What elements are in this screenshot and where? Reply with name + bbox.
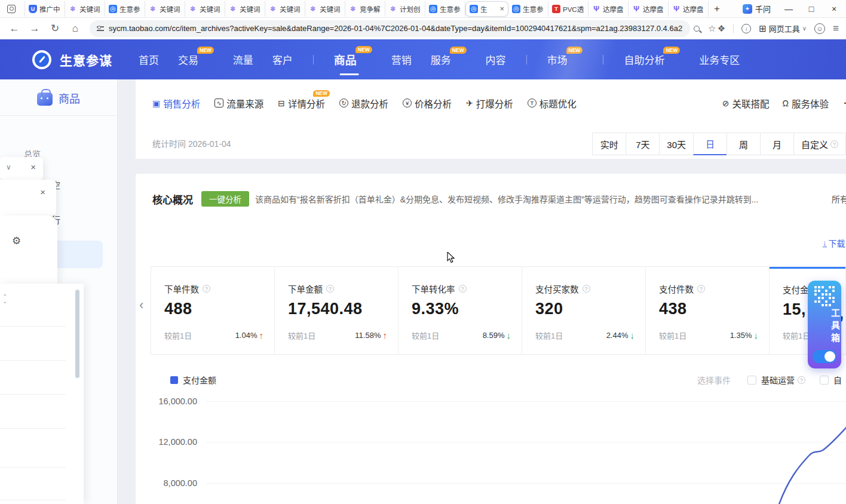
- nav-item[interactable]: 内容: [486, 52, 506, 67]
- bookmark-star-icon[interactable]: ☆: [708, 23, 716, 34]
- menu-icon[interactable]: ≡: [833, 23, 839, 35]
- scrollbar-thumb[interactable]: [75, 290, 79, 378]
- browser-tab[interactable]: 生 ×: [465, 1, 508, 17]
- metric-card[interactable]: 支付件数 ? 438 较前1日 1.35%↓: [646, 267, 770, 354]
- chart-controls: 选择事件 基础运营? 自: [697, 374, 842, 386]
- date-row: 统计时间 2026-01-04 实时 7天: [136, 127, 846, 159]
- nav-item[interactable]: 流量: [233, 52, 253, 67]
- browser-tab[interactable]: 关键词: [185, 1, 225, 17]
- assistant-label: 千问: [755, 3, 771, 14]
- assistant-button[interactable]: ✦ 千问: [743, 3, 771, 14]
- toolbox-toggle[interactable]: [813, 350, 836, 363]
- one-click-analyze-button[interactable]: 一键分析: [201, 191, 249, 207]
- nav-item[interactable]: 客户: [272, 52, 293, 67]
- tabbar-right: ✦ 千问 — □ ×: [743, 3, 846, 14]
- date-option[interactable]: 实时: [592, 133, 626, 155]
- metric-card[interactable]: 支付买家数 ? 320 较前1日 2.44%↓: [522, 267, 646, 354]
- sort-chevrons-icon[interactable]: ⌃⌄: [2, 294, 7, 304]
- browser-tab[interactable]: 计划创: [385, 1, 425, 17]
- gear-icon[interactable]: ⚙: [12, 235, 21, 247]
- nav-item[interactable]: 商品 NEW: [334, 51, 372, 67]
- subnav-tab[interactable]: T 标题优化: [528, 97, 577, 110]
- subnav-right-link[interactable]: Ω 服务体验: [783, 97, 829, 110]
- clipped-text[interactable]: 所有: [832, 193, 846, 205]
- subnav-tab[interactable]: ¥ 价格分析: [403, 97, 452, 110]
- close-icon[interactable]: ×: [30, 162, 36, 172]
- metrics-prev-arrow[interactable]: ‹: [139, 297, 143, 313]
- browser-tab[interactable]: 达摩盘: [588, 1, 629, 17]
- nav-item[interactable]: 交易 NEW: [178, 52, 214, 67]
- home-icon[interactable]: ⌂: [69, 23, 81, 35]
- nav-item[interactable]: 首页: [139, 52, 159, 67]
- back-icon[interactable]: ←: [8, 23, 20, 35]
- metric-card[interactable]: 下单件数 ? 488 较前1日 1.04%↑: [151, 267, 275, 354]
- subnav-tab[interactable]: ✈ 打爆分析: [466, 97, 513, 110]
- new-tab-button[interactable]: +: [709, 1, 725, 17]
- site-settings-icon[interactable]: [97, 26, 104, 31]
- url-text: sycm.taobao.com/cc/item_archives?activeK…: [109, 24, 683, 33]
- browser-tab[interactable]: 关键词: [65, 1, 105, 17]
- checkbox-clipped[interactable]: [820, 376, 829, 385]
- tab-close-icon[interactable]: ×: [499, 4, 504, 13]
- snowflake-icon: [69, 5, 77, 13]
- date-option[interactable]: 7天: [626, 133, 660, 155]
- minimize-button[interactable]: —: [784, 4, 793, 14]
- subnav-tab[interactable]: ⊟ 详情分析 NEW: [278, 97, 325, 110]
- traffic-chart-icon: ∿: [214, 99, 223, 107]
- extensions-icon[interactable]: ❖: [718, 23, 725, 34]
- date-option[interactable]: 自定义 ?: [793, 133, 846, 155]
- nav-item[interactable]: 营销: [391, 52, 412, 67]
- browser-tab[interactable]: 关键词: [225, 1, 265, 17]
- nav-item[interactable]: [526, 55, 527, 64]
- toolbox-widget[interactable]: 工具箱: [808, 281, 841, 368]
- chevron-down-icon[interactable]: ∨: [6, 163, 11, 171]
- subnav-tab[interactable]: ∿ 流量来源: [214, 97, 263, 110]
- clipped-icon[interactable]: ◔: [842, 99, 846, 108]
- zoom-icon[interactable]: [694, 26, 700, 32]
- browser-tab[interactable]: 推广中: [25, 1, 65, 17]
- browser-tab[interactable]: 竞争解: [345, 1, 385, 17]
- download-link[interactable]: ↓ 下载: [823, 237, 845, 249]
- profile-avatar[interactable]: ☺: [814, 23, 825, 34]
- match-clip-icon: ⊘: [722, 99, 729, 108]
- browser-tab[interactable]: 关键词: [305, 1, 345, 17]
- close-icon[interactable]: ×: [40, 187, 45, 197]
- browser-tab[interactable]: 生意参: [105, 1, 145, 17]
- browser-tab[interactable]: 生意参: [508, 1, 548, 17]
- nav-item[interactable]: 业务专区: [699, 52, 740, 67]
- browser-tab[interactable]: [4, 1, 25, 17]
- close-button[interactable]: ×: [829, 4, 839, 14]
- nav-item[interactable]: [313, 55, 314, 64]
- address-input[interactable]: sycm.taobao.com/cc/item_archives?activeK…: [90, 20, 690, 37]
- subnav-right-link[interactable]: ⊘ 关联搭配: [722, 97, 770, 110]
- trend-arrow-icon: ↓: [507, 330, 511, 340]
- nav-item[interactable]: 自助分析 NEW: [624, 52, 680, 67]
- web-tools-menu[interactable]: ⊞ 网页工具 ∨: [759, 23, 807, 34]
- date-option[interactable]: 周: [727, 133, 761, 155]
- checkbox-basic-ops[interactable]: [747, 376, 756, 385]
- sycm-logo[interactable]: [32, 50, 51, 69]
- date-option[interactable]: 月: [760, 133, 794, 155]
- nav-item[interactable]: [603, 55, 603, 64]
- nav-item[interactable]: 服务 NEW: [431, 52, 467, 67]
- subnav-tab[interactable]: ▣ 销售分析: [152, 97, 200, 110]
- nav-item[interactable]: 市场 NEW: [547, 52, 583, 67]
- browser-tab[interactable]: PVC透: [548, 1, 588, 17]
- browser-tab[interactable]: 关键词: [265, 1, 305, 17]
- forward-icon[interactable]: →: [29, 23, 41, 35]
- subnav-tab[interactable]: ↻ 退款分析: [339, 97, 388, 110]
- downloads-icon[interactable]: ↓: [741, 24, 751, 33]
- browser-tab[interactable]: 达摩盘: [669, 1, 709, 17]
- browser-tab[interactable]: 达摩盘: [629, 1, 669, 17]
- metric-card[interactable]: 下单金额 ? 17,540.48 较前1日 11.58%↑: [275, 267, 399, 354]
- date-option[interactable]: 日: [693, 133, 727, 155]
- y-tick-label: 12,000.00: [152, 437, 197, 447]
- maximize-button[interactable]: □: [807, 4, 816, 14]
- browser-tab[interactable]: 生意参: [425, 1, 465, 17]
- new-badge: NEW: [355, 46, 372, 53]
- browser-tab[interactable]: 关键词: [145, 1, 185, 17]
- metric-card[interactable]: 下单转化率 ? 9.33% 较前1日 8.59%↓: [399, 267, 522, 354]
- sidebar-header: 商品: [0, 79, 117, 106]
- date-option[interactable]: 30天: [659, 133, 694, 155]
- reload-icon[interactable]: ↻: [49, 22, 61, 35]
